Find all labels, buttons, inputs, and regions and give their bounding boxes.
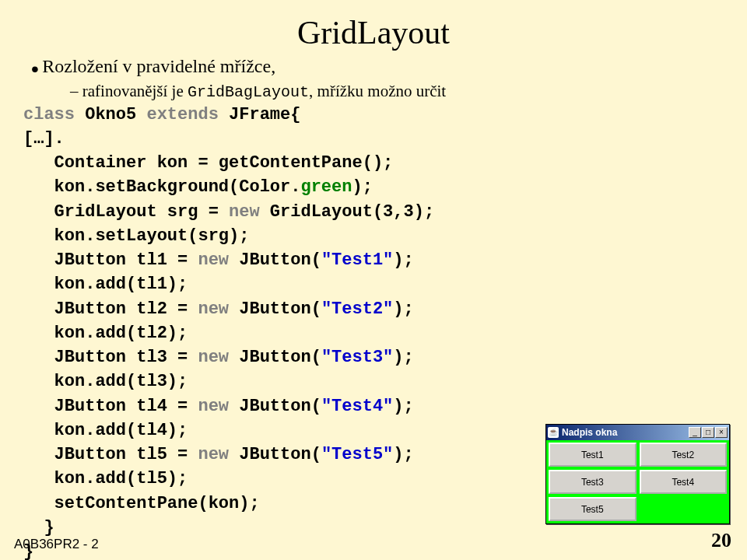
code-text: kon.add(tl1);	[54, 275, 188, 294]
close-button[interactable]: ×	[715, 427, 728, 438]
code-text: kon.add(tl2);	[54, 324, 188, 343]
kw-extends: extends	[146, 105, 229, 124]
test4-button[interactable]: Test4	[640, 470, 728, 494]
code-text: JButton(	[239, 299, 321, 319]
bullet-text: Rozložení v pravidelné mřížce,	[42, 56, 275, 76]
code-text: JButton(	[239, 348, 321, 367]
string-literal: "Test4"	[321, 397, 393, 416]
subbullet-pre: – rafinovanější je	[70, 82, 188, 100]
test3-button[interactable]: Test3	[549, 470, 637, 494]
empty-grid-cell	[640, 497, 728, 521]
code-text: JButton tl4 =	[54, 397, 198, 416]
kw-class: class	[23, 105, 85, 124]
bullet-dot: •	[31, 57, 39, 81]
code-text: );	[393, 445, 413, 464]
code-text: kon.setLayout(srg);	[54, 226, 250, 246]
code-text: JButton(	[239, 445, 321, 464]
kw-new: new	[198, 250, 239, 270]
kw-new: new	[198, 299, 239, 319]
maximize-button[interactable]: □	[702, 427, 714, 438]
code-text: );	[393, 250, 413, 270]
kw-new: new	[198, 397, 239, 416]
code-text: JButton tl1 =	[54, 250, 198, 270]
code-text: JButton(	[239, 250, 321, 270]
code-text: JButton tl5 =	[54, 445, 198, 464]
code-text: GridLayout srg =	[54, 202, 229, 222]
test1-button[interactable]: Test1	[549, 443, 637, 467]
subbullet-code: GridBagLayout	[188, 83, 309, 101]
code-text: […].	[23, 129, 65, 149]
java-cup-icon: ☕	[548, 427, 559, 438]
slide-title: GridLayout	[23, 14, 724, 51]
test5-button[interactable]: Test5	[549, 497, 637, 521]
subbullet-post: , mřížku možno určit	[309, 82, 446, 100]
string-literal: "Test1"	[321, 250, 393, 270]
code-text: );	[393, 348, 413, 367]
subbullet-row: – rafinovanější je GridBagLayout, mřížku…	[70, 82, 724, 101]
minimize-button[interactable]: _	[689, 427, 701, 438]
test2-button[interactable]: Test2	[640, 443, 728, 467]
kw-new: new	[229, 202, 270, 222]
string-literal: "Test3"	[321, 348, 393, 367]
code-text: );	[393, 299, 413, 319]
example-window: ☕ Nadpis okna _ □ × Test1 Test2 Test3 Te…	[545, 424, 730, 524]
code-text: Okno5	[85, 105, 146, 124]
code-text: kon.setBackground(Color.	[54, 177, 301, 197]
const-green: green	[300, 177, 352, 197]
code-text: JFrame{	[229, 105, 300, 124]
code-text: setContentPane(kon);	[54, 494, 260, 513]
code-text: }	[44, 518, 54, 537]
code-text: );	[352, 177, 372, 197]
code-text: JButton tl2 =	[54, 299, 198, 319]
kw-new: new	[198, 445, 239, 464]
window-title-text: Nadpis okna	[562, 427, 689, 438]
code-text: JButton(	[239, 397, 321, 416]
code-text: Container kon = getContentPane();	[54, 153, 394, 173]
window-titlebar[interactable]: ☕ Nadpis okna _ □ ×	[546, 425, 729, 440]
code-text: JButton tl3 =	[54, 348, 198, 367]
window-content: Test1 Test2 Test3 Test4 Test5	[546, 440, 729, 523]
code-text: GridLayout(3,3);	[270, 202, 434, 222]
code-text: );	[393, 397, 413, 416]
page-number: 20	[711, 529, 731, 552]
bullet-row: • Rozložení v pravidelné mřížce,	[31, 56, 724, 82]
string-literal: "Test5"	[321, 445, 393, 464]
code-text: kon.add(tl4);	[54, 421, 188, 440]
footer-code: A0B36PR2 - 2	[14, 537, 99, 552]
string-literal: "Test2"	[321, 299, 393, 319]
kw-new: new	[198, 348, 239, 367]
code-text: kon.add(tl5);	[54, 469, 188, 488]
code-text: kon.add(tl3);	[54, 372, 188, 391]
